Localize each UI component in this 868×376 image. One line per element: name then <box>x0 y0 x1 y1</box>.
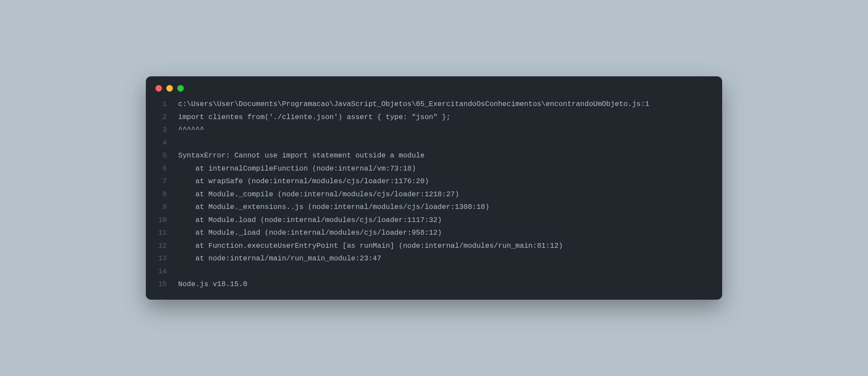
line-number: 6 <box>146 162 167 175</box>
code-line: at Module._load (node:internal/modules/c… <box>178 226 713 239</box>
minimize-icon[interactable] <box>166 85 173 92</box>
code-line: at Module.load (node:internal/modules/cj… <box>178 214 713 227</box>
line-number: 5 <box>146 149 167 162</box>
code-line: at wrapSafe (node:internal/modules/cjs/l… <box>178 175 713 188</box>
code-line: ^^^^^^ <box>178 123 713 137</box>
line-number: 2 <box>146 111 167 124</box>
code-line: at Module._compile (node:internal/module… <box>178 188 713 201</box>
line-number: 14 <box>146 265 167 278</box>
code-line: import clientes from('./cliente.json') a… <box>178 111 713 124</box>
line-number: 9 <box>146 201 167 214</box>
code-line: SyntaxError: Cannot use import statement… <box>178 149 713 162</box>
code-line: c:\Users\User\Documents\Programacao\Java… <box>178 98 713 111</box>
line-number: 13 <box>146 252 167 265</box>
line-number: 4 <box>146 137 167 150</box>
line-number: 12 <box>146 239 167 253</box>
window-titlebar <box>146 76 722 98</box>
code-line: at Module._extensions..js (node:internal… <box>178 201 713 214</box>
code-area: 123456789101112131415 c:\Users\User\Docu… <box>146 98 722 291</box>
code-line: at node:internal/main/run_main_module:23… <box>178 252 713 265</box>
line-number: 8 <box>146 188 167 201</box>
line-number: 15 <box>146 278 167 291</box>
close-icon[interactable] <box>155 85 162 92</box>
line-number: 1 <box>146 98 167 111</box>
code-content: c:\Users\User\Documents\Programacao\Java… <box>169 98 713 291</box>
code-line: Node.js v18.15.0 <box>178 278 713 291</box>
line-number: 11 <box>146 226 167 239</box>
maximize-icon[interactable] <box>177 85 184 92</box>
line-number: 3 <box>146 123 167 137</box>
line-number: 7 <box>146 175 167 188</box>
line-number: 10 <box>146 214 167 227</box>
code-line <box>178 265 713 278</box>
code-line: at internalCompileFunction (node:interna… <box>178 162 713 175</box>
terminal-window: 123456789101112131415 c:\Users\User\Docu… <box>146 76 722 300</box>
line-number-gutter: 123456789101112131415 <box>146 98 169 291</box>
code-line <box>178 137 713 150</box>
code-line: at Function.executeUserEntryPoint [as ru… <box>178 239 713 253</box>
